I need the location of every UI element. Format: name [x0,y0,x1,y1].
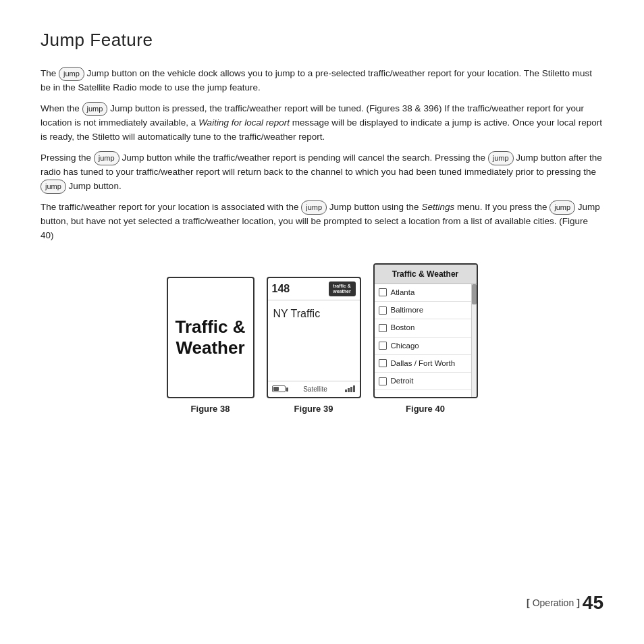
figure-40-device: Traffic & Weather Atlanta Baltimore Bost… [373,263,478,398]
section-close-bracket: ] [576,596,580,610]
page-title: Jump Feature [41,27,603,53]
list-item-detroit: Detroit [375,373,477,390]
list-item-boston: Boston [375,319,477,337]
checkbox-dallas[interactable] [379,359,387,367]
figure-40-caption: Figure 40 [406,402,445,416]
figure-39-footer: Satellite [268,381,360,397]
figure-39-header: 148 traffic &weather [268,278,360,300]
jump-button-inline-4: jump [488,151,514,165]
paragraph-2: When the jump Jump button is pressed, th… [41,102,603,144]
section-open-bracket: [ [527,596,530,610]
page-footer: [ Operation ] 45 [527,589,603,617]
checkbox-baltimore[interactable] [379,306,387,315]
figure-39-body: NY Traffic [268,300,360,381]
list-item-atlanta: Atlanta [375,284,477,302]
scrollbar[interactable] [471,284,477,397]
jump-button-inline-6: jump [301,200,327,215]
section-label: Operation [533,596,574,610]
waiting-message: Waiting for local report [198,117,290,128]
list-item-chicago: Chicago [375,338,477,355]
figure-39-block: 148 traffic &weather NY Traffic Satellit… [267,277,361,416]
figure-40-header: Traffic & Weather [375,265,477,284]
jump-button-inline-2: jump [82,102,108,116]
figure-40-list: Atlanta Baltimore Boston Chicago Dallas … [375,284,477,397]
list-item-dallas: Dallas / Fort Worth [375,355,477,373]
jump-button-inline-5: jump [41,180,66,194]
figure-38-caption: Figure 38 [191,402,230,416]
signal-icon [345,385,355,392]
figure-39-channel: 148 [272,281,290,297]
jump-button-inline-1: jump [59,67,84,81]
battery-icon [272,385,286,392]
figure-39-icon: traffic &weather [329,281,356,296]
paragraph-4: The traffic/weather report for your loca… [41,200,603,243]
jump-button-inline-7: jump [549,200,575,215]
checkbox-boston[interactable] [379,324,387,332]
figure-38-device: Traffic & Weather [167,277,254,398]
page-number: 45 [583,589,603,617]
figure-38-text: Traffic & Weather [175,317,245,358]
figure-38-block: Traffic & Weather Figure 38 [167,277,254,416]
figure-39-caption: Figure 39 [294,402,333,416]
paragraph-3: Pressing the jump Jump button while the … [41,151,603,194]
checkbox-detroit[interactable] [379,377,387,385]
checkbox-chicago[interactable] [379,342,387,350]
body-text: The jump Jump button on the vehicle dock… [41,67,603,243]
scrollbar-thumb[interactable] [472,284,477,304]
settings-reference: Settings [421,202,454,212]
paragraph-1: The jump Jump button on the vehicle dock… [41,67,603,95]
figure-39-device: 148 traffic &weather NY Traffic Satellit… [267,277,361,398]
checkbox-atlanta[interactable] [379,288,387,296]
figure-40-block: Traffic & Weather Atlanta Baltimore Bost… [373,263,478,416]
list-item-baltimore: Baltimore [375,302,477,319]
figure-39-footer-label: Satellite [303,384,327,394]
figures-row: Traffic & Weather Figure 38 148 traffic … [41,263,603,416]
figure-39-content: NY Traffic [273,306,354,322]
jump-button-inline-3: jump [94,151,119,165]
